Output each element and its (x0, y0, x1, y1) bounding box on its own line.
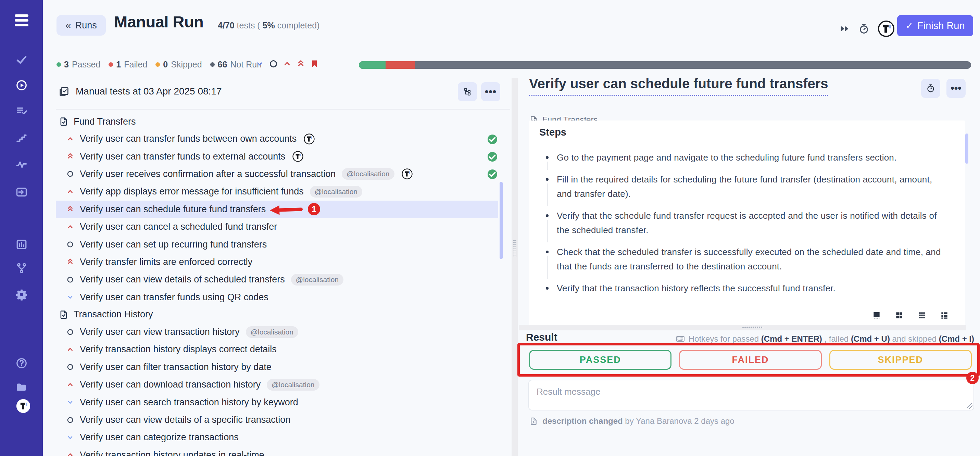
test-row[interactable]: Verify user can transfer funds using QR … (56, 289, 510, 306)
status-dot-icon (57, 62, 61, 67)
test-status-passed-icon (488, 152, 496, 161)
sidebar-item-tests-icon[interactable] (16, 53, 28, 66)
result-message-wrap (528, 380, 974, 410)
test-row[interactable]: Verify transaction history updates in re… (56, 446, 510, 456)
sidebar-item-analytics-icon[interactable] (16, 238, 28, 251)
priority-normal-icon (66, 363, 74, 371)
sidebar-item-import-icon[interactable] (16, 186, 28, 198)
test-detail-panel: Verify user can schedule future fund tra… (519, 0, 980, 456)
divider (56, 109, 510, 110)
tag-chip[interactable]: @localisation (246, 326, 298, 338)
left-scrollbar-thumb[interactable] (500, 182, 503, 259)
test-row[interactable]: Verify user can search transaction histo… (56, 393, 510, 411)
testomat-logo-icon[interactable] (16, 399, 31, 413)
priority-normal-icon (66, 170, 74, 178)
test-row[interactable]: Verify transfer limits are enforced corr… (56, 253, 510, 271)
chevron-down-blue-icon[interactable] (255, 59, 264, 68)
priority-highest-icon (66, 258, 74, 266)
test-status-notrun-icon (488, 380, 496, 389)
step-item: Verify that the schedule fund transfer r… (557, 208, 948, 237)
sidebar-item-settings-icon[interactable] (16, 288, 28, 300)
test-row[interactable]: Verify user can set up recurring fund tr… (56, 235, 510, 253)
test-row[interactable]: Verify transaction history displays corr… (56, 341, 510, 358)
chevron-up-red-icon[interactable] (283, 59, 292, 68)
test-row[interactable]: Verify user receives confirmation after … (56, 165, 510, 183)
test-row[interactable]: Verify user can download transaction his… (56, 376, 510, 393)
tag-chip[interactable]: @localisation (291, 274, 344, 286)
priority-low-icon (66, 293, 74, 301)
test-row[interactable]: Verify user can schedule future fund tra… (56, 200, 510, 218)
test-row[interactable]: Verify user can view details of a specif… (56, 411, 510, 429)
detail-more-button[interactable]: ••• (947, 79, 966, 98)
view-list-icon[interactable] (940, 311, 949, 320)
sidebar-item-pulse-icon[interactable] (16, 159, 28, 171)
sidebar-item-help-icon[interactable] (16, 357, 28, 369)
right-scrollbar-thumb[interactable] (965, 133, 968, 164)
checklist-icon (59, 86, 70, 97)
result-skipped-button[interactable]: SKIPPED (829, 350, 972, 370)
stat-not-run: 66Not Run (210, 60, 262, 70)
status-dot-icon (210, 62, 215, 67)
test-row-title: Verify app displays error message for in… (80, 186, 304, 197)
test-row-title: Verify user can categorize transactions (80, 432, 239, 443)
test-row[interactable]: Verify user can transfer funds between o… (56, 130, 510, 148)
test-row[interactable]: Verify user can view transaction history… (56, 323, 510, 341)
test-row[interactable]: Verify app displays error message for in… (56, 183, 510, 200)
circle-outline-icon[interactable] (269, 59, 278, 68)
document-check-icon (59, 116, 69, 127)
back-to-runs-button[interactable]: « Runs (57, 15, 106, 36)
progress-segment-failed (385, 61, 415, 69)
sidebar-item-test-plans-icon[interactable] (16, 105, 28, 117)
hotkeys-hint: Hotkeys for passed (Cmd + ENTER) , faile… (676, 334, 974, 344)
test-title: Verify user can schedule future fund tra… (529, 76, 828, 96)
sidebar-item-branches-icon[interactable] (16, 262, 28, 275)
tag-chip[interactable]: @localisation (310, 186, 362, 197)
test-row-title: Verify user can search transaction histo… (80, 397, 298, 408)
result-failed-button[interactable]: FAILED (679, 350, 821, 370)
test-tree: Fund TransfersVerify user can transfer f… (56, 113, 510, 456)
back-to-runs-label: Runs (75, 20, 97, 31)
testomat-mini-logo-icon (303, 133, 315, 145)
result-passed-button[interactable]: PASSED (529, 350, 671, 370)
panel-resizer-vertical[interactable] (512, 78, 518, 456)
double-chevron-up-red-icon[interactable] (296, 59, 305, 68)
sidebar-item-runs-icon[interactable] (16, 79, 28, 91)
sidebar-item-milestones-icon[interactable] (16, 132, 28, 144)
page-title: Manual Run (114, 12, 204, 31)
test-status-notrun-icon (488, 327, 496, 337)
view-grid-icon[interactable] (895, 311, 904, 320)
test-row[interactable]: Verify user can transfer funds to extern… (56, 148, 510, 165)
test-status-notrun-icon (488, 222, 496, 232)
steps-list: Go to the payment page and navigate to t… (529, 150, 965, 296)
test-status-notrun-icon (488, 451, 496, 456)
test-row[interactable]: Verify user can cancel a scheduled fund … (56, 218, 510, 235)
section-header[interactable]: Transaction History (56, 306, 510, 323)
result-message-input[interactable] (528, 380, 974, 410)
tag-chip[interactable]: @localisation (267, 379, 319, 391)
sidebar-item-projects-icon[interactable] (16, 381, 28, 393)
file-edit-icon (529, 416, 538, 426)
test-row[interactable]: Verify user can filter transaction histo… (56, 358, 510, 376)
list-more-button[interactable]: ••• (481, 82, 500, 101)
test-row[interactable]: Verify user can categorize transactions (56, 429, 510, 446)
test-row-title: Verify user can schedule future fund tra… (80, 204, 266, 214)
view-dense-icon[interactable] (917, 311, 926, 320)
test-row-title: Verify user can transfer funds using QR … (80, 292, 269, 303)
test-row[interactable]: Verify user can view details of schedule… (56, 271, 510, 288)
run-stats: 3Passed1Failed0Skipped66Not Run (57, 58, 262, 70)
priority-high-icon (66, 135, 74, 143)
step-item: Verify that the transaction history refl… (557, 281, 948, 296)
view-single-icon[interactable] (872, 311, 881, 320)
bookmark-red-icon[interactable] (310, 59, 319, 68)
menu-hamburger-icon[interactable] (15, 14, 29, 26)
history-entry: description changed by Yana Baranova 2 d… (529, 416, 735, 426)
tree-view-button[interactable] (458, 82, 477, 101)
section-header[interactable]: Fund Transfers (56, 113, 510, 130)
tag-chip[interactable]: @localisation (342, 168, 394, 180)
status-dot-icon (156, 62, 160, 67)
panel-resizer-horizontal[interactable] (519, 325, 966, 330)
resize-handle-icon[interactable] (967, 403, 972, 409)
timer-button[interactable] (921, 79, 940, 98)
test-row-title: Verify user can transfer funds between o… (80, 133, 296, 144)
filter-icons (255, 59, 319, 68)
